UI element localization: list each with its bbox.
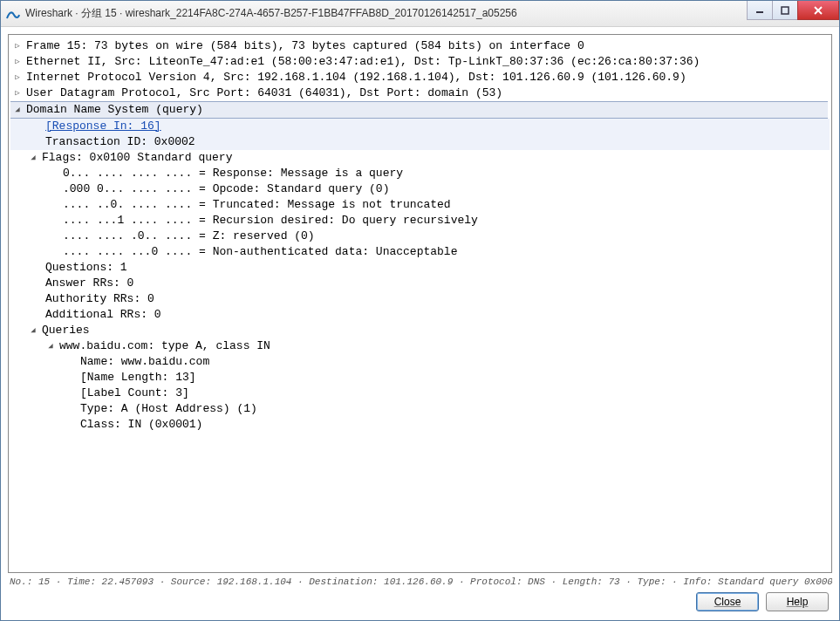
tree-label: .... ...1 .... .... = Recursion desired:…: [63, 213, 478, 229]
tree-label: [Label Count: 3]: [80, 386, 189, 401]
wireshark-icon: [6, 7, 20, 21]
expand-icon[interactable]: ▷: [12, 38, 23, 54]
tree-row-dns[interactable]: ◢ Domain Name System (query): [10, 101, 828, 119]
tree-label: www.baidu.com: type A, class IN: [59, 338, 270, 354]
minimize-button[interactable]: [747, 1, 773, 20]
tree-label: Additional RRs: 0: [45, 307, 161, 323]
tree-row-flag-opcode[interactable]: .000 0... .... .... = Opcode: Standard q…: [10, 181, 830, 197]
tree-row-flag-nonauth[interactable]: .... .... ...0 .... = Non-authenticated …: [10, 244, 830, 260]
tree-label: Domain Name System (query): [26, 102, 203, 118]
tree-row-query-entry[interactable]: ◢ www.baidu.com: type A, class IN: [10, 338, 830, 354]
dialog-button-row: Close Help: [8, 592, 832, 613]
expand-icon[interactable]: ▷: [12, 54, 23, 70]
collapse-icon[interactable]: ◢: [12, 102, 23, 118]
window-title: Wireshark · 分组 15 · wireshark_2214FA8C-2…: [25, 6, 517, 21]
tree-row-additional-rrs[interactable]: Additional RRs: 0: [10, 307, 830, 323]
tree-row-ethernet[interactable]: ▷ Ethernet II, Src: LiteonTe_47:ad:e1 (5…: [10, 54, 830, 70]
expand-icon[interactable]: ▷: [12, 85, 23, 101]
expand-icon[interactable]: ▷: [12, 70, 23, 85]
close-button[interactable]: Close: [696, 592, 759, 611]
tree-row-q-name-len[interactable]: [Name Length: 13]: [10, 370, 830, 386]
tree-row-udp[interactable]: ▷ User Datagram Protocol, Src Port: 6403…: [10, 85, 830, 101]
tree-label: Frame 15: 73 bytes on wire (584 bits), 7…: [26, 38, 584, 54]
collapse-icon[interactable]: ◢: [45, 338, 56, 354]
response-in-link[interactable]: [Response In: 16]: [45, 119, 161, 134]
tree-row-flag-response[interactable]: 0... .... .... .... = Response: Message …: [10, 166, 830, 181]
tree-row-flags[interactable]: ◢ Flags: 0x0100 Standard query: [10, 150, 830, 166]
tree-label: .... .... ...0 .... = Non-authenticated …: [63, 244, 457, 260]
tree-label: Type: A (Host Address) (1): [80, 401, 257, 417]
tree-label: Transaction ID: 0x0002: [45, 134, 195, 150]
tree-row-flag-truncated[interactable]: .... ..0. .... .... = Truncated: Message…: [10, 197, 830, 213]
tree-row-ip[interactable]: ▷ Internet Protocol Version 4, Src: 192.…: [10, 70, 830, 85]
tree-label: User Datagram Protocol, Src Port: 64031 …: [26, 85, 502, 101]
packet-details-tree[interactable]: ▷ Frame 15: 73 bytes on wire (584 bits),…: [8, 34, 832, 573]
tree-row-response-in[interactable]: [Response In: 16]: [10, 119, 830, 134]
tree-row-q-label-count[interactable]: [Label Count: 3]: [10, 386, 830, 401]
tree-label: Questions: 1: [45, 260, 127, 276]
tree-label: .... ..0. .... .... = Truncated: Message…: [63, 197, 451, 213]
close-window-button[interactable]: [797, 1, 839, 20]
svg-rect-1: [782, 7, 789, 14]
tree-label: Flags: 0x0100 Standard query: [42, 150, 232, 166]
tree-label: .000 0... .... .... = Opcode: Standard q…: [63, 181, 389, 197]
tree-row-answer-rrs[interactable]: Answer RRs: 0: [10, 276, 830, 291]
help-button[interactable]: Help: [766, 592, 829, 611]
tree-row-authority-rrs[interactable]: Authority RRs: 0: [10, 291, 830, 307]
tree-row-q-name[interactable]: Name: www.baidu.com: [10, 354, 830, 370]
tree-row-txid[interactable]: Transaction ID: 0x0002: [10, 134, 830, 150]
tree-row-q-type[interactable]: Type: A (Host Address) (1): [10, 401, 830, 417]
tree-row-queries[interactable]: ◢ Queries: [10, 323, 830, 338]
tree-label: Queries: [42, 323, 90, 338]
tree-row-q-class[interactable]: Class: IN (0x0001): [10, 417, 830, 433]
tree-label: .... .... .0.. .... = Z: reserved (0): [63, 229, 315, 244]
tree-row-frame[interactable]: ▷ Frame 15: 73 bytes on wire (584 bits),…: [10, 38, 830, 54]
maximize-button[interactable]: [772, 1, 798, 20]
tree-label: [Name Length: 13]: [80, 370, 196, 386]
window-controls: [748, 1, 839, 20]
tree-label: Answer RRs: 0: [45, 276, 133, 291]
tree-label: Name: www.baidu.com: [80, 354, 209, 370]
titlebar: Wireshark · 分组 15 · wireshark_2214FA8C-2…: [1, 1, 839, 27]
tree-row-questions[interactable]: Questions: 1: [10, 260, 830, 276]
tree-row-flag-z[interactable]: .... .... .0.. .... = Z: reserved (0): [10, 229, 830, 244]
collapse-icon[interactable]: ◢: [28, 150, 38, 166]
tree-row-flag-rd[interactable]: .... ...1 .... .... = Recursion desired:…: [10, 213, 830, 229]
dialog-content: ▷ Frame 15: 73 bytes on wire (584 bits),…: [1, 27, 839, 620]
tree-label: Class: IN (0x0001): [80, 417, 202, 433]
tree-label: 0... .... .... .... = Response: Message …: [63, 166, 403, 181]
tree-label: Ethernet II, Src: LiteonTe_47:ad:e1 (58:…: [26, 54, 700, 70]
collapse-icon[interactable]: ◢: [28, 323, 38, 338]
tree-label: Internet Protocol Version 4, Src: 192.16…: [26, 70, 686, 85]
tree-label: Authority RRs: 0: [45, 291, 154, 307]
status-line: No.: 15 · Time: 22.457093 · Source: 192.…: [8, 573, 832, 592]
